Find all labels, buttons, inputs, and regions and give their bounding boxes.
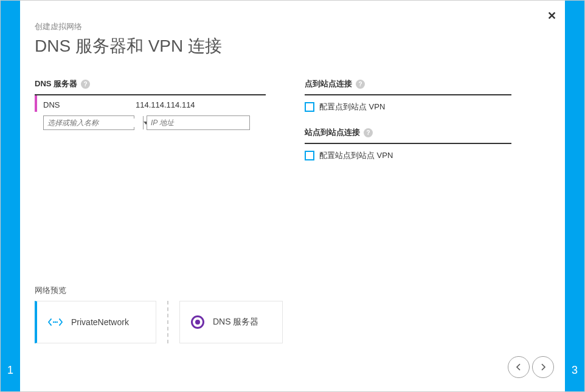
wizard-left-bar: 1 (1, 1, 20, 391)
breadcrumb: 创建虚拟网络 (35, 21, 550, 32)
target-icon (191, 315, 204, 329)
p2s-checkbox-row[interactable]: 配置点到站点 VPN (305, 95, 511, 121)
page-title: DNS 服务器和 VPN 连接 (35, 35, 550, 58)
p2s-section-title: 点到站点连接 ? (305, 78, 511, 95)
svg-point-0 (53, 322, 55, 323)
preview-divider (167, 301, 168, 343)
dns-ip-input[interactable] (147, 115, 250, 130)
dns-name-input[interactable] (44, 119, 143, 127)
s2s-checkbox-label: 配置站点到站点 VPN (319, 150, 393, 161)
wizard-right-bar: 3 (565, 1, 584, 391)
back-button[interactable] (508, 356, 530, 378)
p2s-checkbox[interactable] (305, 102, 314, 112)
dns-section-label: DNS 服务器 (35, 78, 77, 89)
dns-table: DNS 114.114.114.114 (35, 94, 266, 134)
s2s-section-label: 站点到站点连接 (305, 127, 360, 138)
svg-point-2 (56, 322, 58, 323)
p2s-section-label: 点到站点连接 (305, 78, 352, 89)
dns-entry-row[interactable]: DNS 114.114.114.114 (35, 95, 266, 112)
preview-row: PrivateNetwork DNS 服务器 (35, 301, 550, 343)
preview-network-label: PrivateNetwork (71, 317, 129, 327)
dns-entry-ip: 114.114.114.114 (136, 100, 262, 109)
help-icon[interactable]: ? (364, 128, 373, 137)
svg-point-1 (55, 322, 57, 323)
preview-card-dns[interactable]: DNS 服务器 (179, 301, 283, 343)
dns-name-combo[interactable] (43, 115, 134, 130)
help-icon[interactable]: ? (356, 80, 365, 89)
s2s-checkbox[interactable] (305, 151, 314, 160)
dns-entry-name: DNS (43, 100, 136, 109)
s2s-section-title: 站点到站点连接 ? (305, 127, 511, 144)
nav-buttons (508, 356, 554, 378)
p2s-checkbox-label: 配置点到站点 VPN (319, 101, 385, 112)
dns-input-row (35, 112, 266, 134)
dns-section-title: DNS 服务器 ? (35, 78, 266, 94)
preview-label: 网络预览 (35, 285, 550, 296)
preview-card-network[interactable]: PrivateNetwork (35, 301, 156, 343)
help-icon[interactable]: ? (81, 80, 90, 89)
next-button[interactable] (532, 356, 554, 378)
close-icon[interactable]: ✕ (547, 9, 556, 22)
network-icon (48, 315, 63, 329)
wizard-step-left: 1 (1, 364, 20, 377)
wizard-step-right: 3 (565, 364, 584, 377)
preview-dns-label: DNS 服务器 (213, 317, 258, 328)
s2s-checkbox-row[interactable]: 配置站点到站点 VPN (305, 144, 511, 170)
